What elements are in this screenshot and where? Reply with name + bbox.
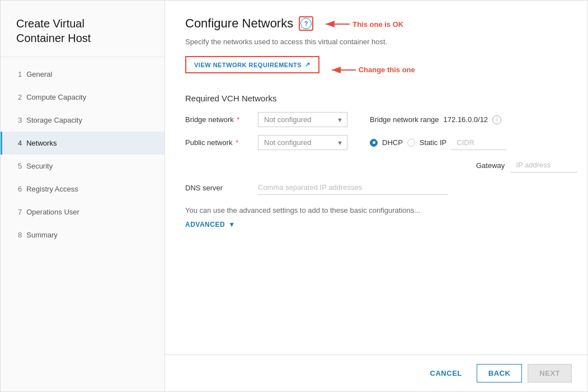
bridge-network-select-wrapper: Not configured ▼ xyxy=(258,112,347,127)
sidebar-item-label-registry: Registry Access xyxy=(26,185,78,193)
help-icon-box[interactable]: ? xyxy=(299,16,313,31)
advanced-text: You can use the advanced settings to add… xyxy=(185,206,567,214)
view-network-requirements-button[interactable]: VIEW NETWORK REQUIREMENTS ↗ xyxy=(185,56,319,73)
cidr-input[interactable] xyxy=(451,136,507,150)
sidebar-item-registry[interactable]: 6 Registry Access xyxy=(1,178,164,200)
bridge-range-value: 172.16.0.0/12 xyxy=(444,115,488,124)
sidebar-item-label-operations: Operations User xyxy=(26,208,79,216)
sidebar-item-label-compute: Compute Capacity xyxy=(26,93,86,101)
step-num-6: 6 xyxy=(18,185,22,193)
page-subtitle: Specify the networks used to access this… xyxy=(185,38,567,46)
sidebar-item-summary[interactable]: 8 Summary xyxy=(1,223,164,246)
sidebar-item-label-storage: Storage Capacity xyxy=(26,116,82,124)
public-network-row: Public network * Not configured ▼ DHCP S… xyxy=(185,135,567,150)
back-button[interactable]: BACK xyxy=(477,364,523,382)
arrow-ok-icon xyxy=(319,16,352,32)
sidebar-title: Create VirtualContainer Host xyxy=(1,1,164,57)
bridge-network-label: Bridge network * xyxy=(185,115,252,124)
step-num-3: 3 xyxy=(18,116,22,124)
sidebar: Create VirtualContainer Host 1 General 2… xyxy=(1,1,165,391)
sidebar-item-general[interactable]: 1 General xyxy=(1,63,164,86)
bridge-network-select[interactable]: Not configured xyxy=(258,112,347,127)
step-num-5: 5 xyxy=(18,162,22,170)
chevron-down-icon: ▼ xyxy=(228,221,235,228)
bridge-network-row: Bridge network * Not configured ▼ Bridge… xyxy=(185,112,567,127)
sidebar-item-operations[interactable]: 7 Operations User xyxy=(1,200,164,223)
public-network-label: Public network * xyxy=(185,138,252,147)
content-body: Configure Networks ? xyxy=(165,1,587,354)
dns-row: DNS server xyxy=(185,180,567,195)
public-network-select-wrapper: Not configured ▼ xyxy=(258,135,347,150)
step-num-2: 2 xyxy=(18,93,22,101)
footer: CANCEL BACK NEXT xyxy=(165,354,587,391)
sidebar-item-security[interactable]: 5 Security xyxy=(1,155,164,178)
step-num-1: 1 xyxy=(18,70,22,78)
annotation-ok: This one is OK xyxy=(352,20,403,29)
step-num-7: 7 xyxy=(18,208,22,216)
bridge-range-label: Bridge network range xyxy=(370,115,439,124)
gateway-input[interactable] xyxy=(510,158,577,172)
arrow-change-icon xyxy=(325,62,359,78)
dns-input[interactable] xyxy=(258,180,448,195)
sidebar-item-networks[interactable]: 4 Networks xyxy=(1,132,164,155)
required-star-public: * xyxy=(234,138,239,147)
sidebar-item-label-networks: Networks xyxy=(26,139,57,147)
step-num-8: 8 xyxy=(18,231,22,239)
sidebar-item-storage[interactable]: 3 Storage Capacity xyxy=(1,109,164,132)
bridge-range-info-icon[interactable]: i xyxy=(492,115,501,124)
view-req-btn-wrapper: VIEW NETWORK REQUIREMENTS ↗ xyxy=(185,56,319,73)
cancel-button[interactable]: CANCEL xyxy=(421,365,471,382)
public-network-select[interactable]: Not configured xyxy=(258,135,347,150)
section-title: Required VCH Networks xyxy=(185,94,567,103)
sidebar-nav: 1 General 2 Compute Capacity 3 Storage C… xyxy=(1,57,164,391)
view-req-label: VIEW NETWORK REQUIREMENTS xyxy=(194,62,302,68)
main-content: Configure Networks ? xyxy=(165,1,587,391)
page-title: Configure Networks xyxy=(185,16,293,31)
sidebar-item-label-summary: Summary xyxy=(26,231,58,239)
step-num-4: 4 xyxy=(18,139,22,147)
advanced-button[interactable]: ADVANCED ▼ xyxy=(185,221,236,228)
external-link-icon: ↗ xyxy=(305,61,311,68)
dns-label: DNS server xyxy=(185,184,252,192)
required-star-bridge: * xyxy=(235,115,240,124)
next-button: NEXT xyxy=(528,364,572,382)
help-icon: ? xyxy=(300,18,312,29)
static-ip-label[interactable]: Static IP xyxy=(420,138,446,147)
gateway-label: Gateway xyxy=(476,161,505,170)
dhcp-label[interactable]: DHCP xyxy=(382,138,403,147)
sidebar-item-label-general: General xyxy=(26,70,52,78)
sidebar-item-compute[interactable]: 2 Compute Capacity xyxy=(1,86,164,109)
static-ip-radio[interactable] xyxy=(407,139,415,147)
dhcp-radio[interactable] xyxy=(370,139,378,147)
sidebar-item-label-security: Security xyxy=(26,162,53,170)
annotation-change: Change this one xyxy=(359,66,415,74)
